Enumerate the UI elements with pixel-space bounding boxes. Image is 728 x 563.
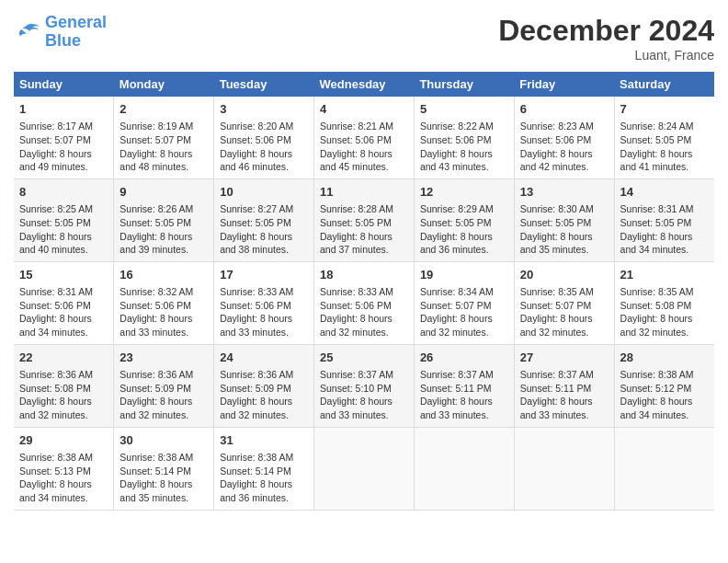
title-area: December 2024 Luant, France [498, 14, 714, 63]
calendar-cell: 31Sunrise: 8:38 AMSunset: 5:14 PMDayligh… [214, 427, 314, 510]
calendar-cell: 10Sunrise: 8:27 AMSunset: 5:05 PMDayligh… [214, 178, 314, 261]
col-wednesday: Wednesday [314, 72, 415, 97]
logo: General Blue [14, 14, 107, 51]
calendar-cell: 30Sunrise: 8:38 AMSunset: 5:14 PMDayligh… [114, 427, 214, 510]
calendar-header-row: Sunday Monday Tuesday Wednesday Thursday… [14, 72, 714, 97]
calendar-cell: 24Sunrise: 8:36 AMSunset: 5:09 PMDayligh… [214, 344, 314, 427]
calendar-cell: 14Sunrise: 8:31 AMSunset: 5:05 PMDayligh… [614, 178, 714, 261]
calendar-table: Sunday Monday Tuesday Wednesday Thursday… [14, 72, 714, 511]
col-friday: Friday [514, 72, 614, 97]
calendar-cell: 16Sunrise: 8:32 AMSunset: 5:06 PMDayligh… [114, 261, 214, 344]
calendar-week-5: 29Sunrise: 8:38 AMSunset: 5:13 PMDayligh… [14, 427, 714, 510]
calendar-cell: 4Sunrise: 8:21 AMSunset: 5:06 PMDaylight… [314, 97, 415, 178]
calendar-cell: 5Sunrise: 8:22 AMSunset: 5:06 PMDaylight… [414, 97, 514, 178]
calendar-cell [514, 427, 614, 510]
col-tuesday: Tuesday [214, 72, 314, 97]
calendar-cell: 20Sunrise: 8:35 AMSunset: 5:07 PMDayligh… [514, 261, 614, 344]
col-saturday: Saturday [614, 72, 714, 97]
month-title: December 2024 [498, 14, 714, 48]
calendar-week-1: 1Sunrise: 8:17 AMSunset: 5:07 PMDaylight… [14, 97, 714, 178]
logo-bird-icon [14, 21, 41, 43]
calendar-cell: 11Sunrise: 8:28 AMSunset: 5:05 PMDayligh… [314, 178, 415, 261]
calendar-cell [314, 427, 415, 510]
col-monday: Monday [114, 72, 214, 97]
calendar-cell: 3Sunrise: 8:20 AMSunset: 5:06 PMDaylight… [214, 97, 314, 178]
calendar-cell: 28Sunrise: 8:38 AMSunset: 5:12 PMDayligh… [614, 344, 714, 427]
calendar-week-3: 15Sunrise: 8:31 AMSunset: 5:06 PMDayligh… [14, 261, 714, 344]
calendar-cell: 27Sunrise: 8:37 AMSunset: 5:11 PMDayligh… [514, 344, 614, 427]
calendar-week-2: 8Sunrise: 8:25 AMSunset: 5:05 PMDaylight… [14, 178, 714, 261]
calendar-cell: 26Sunrise: 8:37 AMSunset: 5:11 PMDayligh… [414, 344, 514, 427]
page-header: General Blue December 2024 Luant, France [14, 14, 714, 63]
calendar-cell: 19Sunrise: 8:34 AMSunset: 5:07 PMDayligh… [414, 261, 514, 344]
calendar-cell: 1Sunrise: 8:17 AMSunset: 5:07 PMDaylight… [14, 97, 114, 178]
calendar-cell [614, 427, 714, 510]
calendar-cell: 29Sunrise: 8:38 AMSunset: 5:13 PMDayligh… [14, 427, 114, 510]
calendar-cell: 23Sunrise: 8:36 AMSunset: 5:09 PMDayligh… [114, 344, 214, 427]
calendar-cell: 18Sunrise: 8:33 AMSunset: 5:06 PMDayligh… [314, 261, 415, 344]
calendar-cell: 22Sunrise: 8:36 AMSunset: 5:08 PMDayligh… [14, 344, 114, 427]
calendar-cell: 25Sunrise: 8:37 AMSunset: 5:10 PMDayligh… [314, 344, 415, 427]
calendar-cell: 17Sunrise: 8:33 AMSunset: 5:06 PMDayligh… [214, 261, 314, 344]
col-thursday: Thursday [414, 72, 514, 97]
col-sunday: Sunday [14, 72, 114, 97]
calendar-week-4: 22Sunrise: 8:36 AMSunset: 5:08 PMDayligh… [14, 344, 714, 427]
calendar-cell: 8Sunrise: 8:25 AMSunset: 5:05 PMDaylight… [14, 178, 114, 261]
calendar-cell: 13Sunrise: 8:30 AMSunset: 5:05 PMDayligh… [514, 178, 614, 261]
location: Luant, France [498, 48, 714, 63]
logo-text: General Blue [45, 14, 107, 51]
calendar-cell: 21Sunrise: 8:35 AMSunset: 5:08 PMDayligh… [614, 261, 714, 344]
calendar-cell: 6Sunrise: 8:23 AMSunset: 5:06 PMDaylight… [514, 97, 614, 178]
calendar-cell [414, 427, 514, 510]
calendar-cell: 7Sunrise: 8:24 AMSunset: 5:05 PMDaylight… [614, 97, 714, 178]
calendar-cell: 12Sunrise: 8:29 AMSunset: 5:05 PMDayligh… [414, 178, 514, 261]
calendar-cell: 15Sunrise: 8:31 AMSunset: 5:06 PMDayligh… [14, 261, 114, 344]
calendar-cell: 9Sunrise: 8:26 AMSunset: 5:05 PMDaylight… [114, 178, 214, 261]
calendar-cell: 2Sunrise: 8:19 AMSunset: 5:07 PMDaylight… [114, 97, 214, 178]
